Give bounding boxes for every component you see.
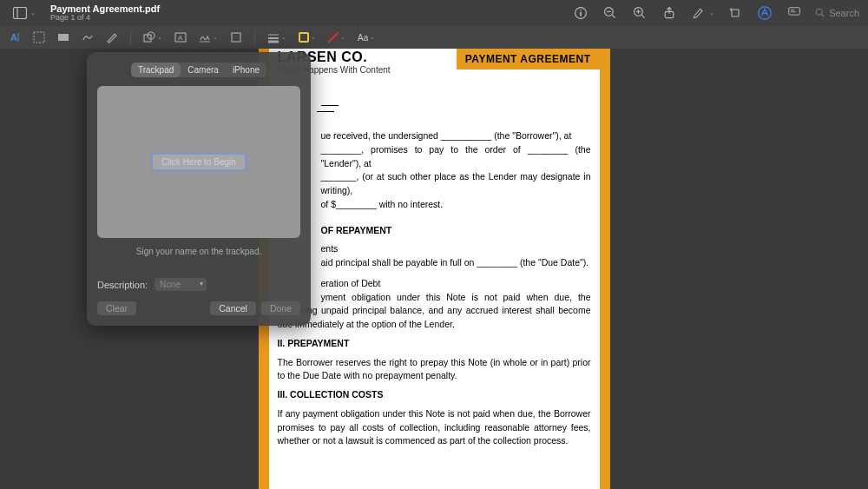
- para-line: ________, promises to pay to the order o…: [321, 143, 591, 171]
- redact-icon[interactable]: [57, 31, 69, 43]
- svg-text:A: A: [178, 34, 183, 42]
- svg-line-6: [613, 15, 615, 17]
- sketch-icon[interactable]: [82, 31, 94, 43]
- chevron-down-icon: ⌄: [709, 10, 714, 17]
- para-line: of $________ with no interest.: [321, 198, 591, 212]
- markup-icon[interactable]: [756, 4, 773, 22]
- text-tool-icon[interactable]: A: [174, 31, 187, 43]
- shapes-icon: [143, 31, 155, 43]
- para-line: If any payment obligation under this Not…: [278, 407, 591, 448]
- search-input[interactable]: Search: [815, 8, 859, 18]
- rect-select-icon[interactable]: [33, 31, 45, 43]
- sign-dropdown[interactable]: ⌄: [199, 31, 218, 43]
- para-line: yment obligation under this Note is not …: [278, 291, 591, 332]
- page-indicator: Page 1 of 4: [50, 14, 160, 23]
- tab-camera[interactable]: Camera: [181, 63, 226, 77]
- svg-point-3: [580, 10, 582, 11]
- line-weight-icon: [267, 31, 279, 43]
- cancel-button[interactable]: Cancel: [210, 301, 256, 315]
- text-style-label: Aa: [358, 33, 368, 43]
- shapes-dropdown[interactable]: ⌄: [143, 31, 162, 43]
- signature-popover: Trackpad Camera iPhone Click Here to Beg…: [87, 52, 311, 326]
- chevron-down-icon: ⌄: [311, 34, 316, 41]
- toolbar-right: ⌄ Search: [572, 4, 859, 22]
- note-icon[interactable]: [230, 31, 242, 43]
- svg-line-35: [328, 32, 339, 43]
- chevron-down-icon: ⌄: [340, 34, 345, 41]
- sidebar-toggle[interactable]: ⌄: [9, 4, 40, 22]
- highlight-dropdown[interactable]: ⌄: [690, 4, 714, 22]
- clear-button[interactable]: Clear: [97, 301, 136, 315]
- svg-text:A: A: [10, 32, 17, 43]
- border-color-dropdown[interactable]: ⌄: [299, 32, 316, 43]
- para-line: The Borrower reserves the right to prepa…: [278, 356, 591, 384]
- description-select[interactable]: None: [155, 278, 207, 291]
- para-line: ue received, the undersigned __________ …: [321, 129, 591, 143]
- begin-signature-button[interactable]: Click Here to Begin: [152, 154, 246, 170]
- rotate-icon[interactable]: [727, 4, 744, 22]
- svg-rect-0: [14, 8, 27, 19]
- signature-source-tabs: Trackpad Camera iPhone: [131, 63, 266, 77]
- tab-iphone[interactable]: iPhone: [226, 63, 266, 77]
- text-select-icon[interactable]: A: [9, 31, 21, 43]
- svg-line-9: [642, 15, 645, 17]
- para-line: _______, (or at such other place as the …: [321, 170, 591, 198]
- chevron-down-icon: ⌄: [213, 34, 218, 41]
- tab-trackpad[interactable]: Trackpad: [131, 63, 181, 77]
- search-placeholder: Search: [829, 8, 859, 18]
- markup-toolbar: A ⌄ A ⌄ ⌄ ⌄ ⌄ Aa ⌄: [0, 26, 868, 49]
- fill-color-swatch: [328, 32, 339, 43]
- document-title-badge: PAYMENT AGREEMENT: [457, 49, 600, 69]
- zoom-out-icon[interactable]: [602, 4, 619, 22]
- svg-rect-31: [232, 33, 240, 42]
- share-icon[interactable]: [661, 4, 678, 22]
- info-icon[interactable]: [572, 4, 589, 22]
- signature-hint: Sign your name on the trackpad.: [97, 247, 300, 256]
- signature-icon: [199, 31, 211, 43]
- border-color-swatch: [299, 32, 309, 43]
- done-button[interactable]: Done: [261, 301, 300, 315]
- svg-rect-16: [789, 8, 800, 15]
- highlight-icon: [690, 4, 707, 22]
- draw-icon[interactable]: [106, 31, 118, 43]
- zoom-in-icon[interactable]: [631, 4, 648, 22]
- para-line: ents: [321, 242, 591, 256]
- svg-rect-24: [34, 32, 44, 43]
- file-info: Payment Agreement.pdf Page 1 of 4: [50, 3, 160, 23]
- section-heading: II. PREPAYMENT: [278, 337, 591, 351]
- chevron-down-icon: ⌄: [30, 10, 36, 17]
- top-toolbar: ⌄ Payment Agreement.pdf Page 1 of 4 ⌄ Se…: [0, 0, 868, 26]
- fill-color-dropdown[interactable]: ⌄: [328, 32, 345, 43]
- svg-point-19: [816, 9, 822, 15]
- text-style-dropdown[interactable]: Aa ⌄: [358, 33, 375, 43]
- signature-canvas[interactable]: Click Here to Begin: [97, 86, 300, 238]
- pdf-page: LARSEN CO. Magic Happens With Content PA…: [259, 49, 610, 489]
- chevron-down-icon: ⌄: [281, 34, 286, 41]
- svg-rect-14: [732, 10, 739, 17]
- chevron-down-icon: ⌄: [370, 34, 375, 41]
- section-heading: III. COLLECTION COSTS: [278, 388, 591, 402]
- chevron-down-icon: ⌄: [157, 34, 162, 41]
- border-style-dropdown[interactable]: ⌄: [267, 31, 286, 43]
- para-line: eration of Debt: [321, 277, 591, 291]
- description-label: Description:: [97, 280, 148, 290]
- section-heading: OF REPAYMENT: [321, 224, 591, 238]
- para-line: aid principal shall be payable in full o…: [321, 256, 591, 270]
- form-icon[interactable]: [786, 4, 803, 22]
- svg-line-20: [822, 15, 824, 17]
- svg-rect-25: [58, 34, 69, 41]
- svg-rect-4: [580, 12, 582, 17]
